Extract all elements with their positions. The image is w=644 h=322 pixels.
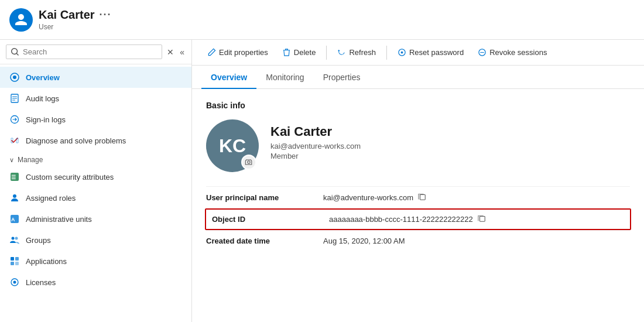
more-options-ellipsis[interactable]: ··· (100, 9, 112, 21)
sign-in-logs-icon (9, 114, 20, 125)
toolbar-separator-1 (326, 46, 327, 60)
sidebar-item-admin-units-label: Administrative units (26, 215, 92, 224)
object-id-value: aaaaaaaa-bbbb-cccc-1111-222222222222 (329, 214, 486, 224)
sidebar-item-diagnose[interactable]: Diagnose and solve problems (0, 130, 191, 151)
overview-icon (9, 72, 20, 83)
refresh-button[interactable]: Refresh (331, 44, 382, 60)
sidebar: ✕ « Overview Audit logs Sign-in logs (0, 40, 192, 322)
svg-text:A: A (11, 217, 15, 222)
toolbar-separator-2 (386, 46, 387, 60)
admin-units-icon: A (9, 214, 20, 224)
toolbar: Edit properties Delete Refresh Reset pas… (192, 40, 644, 66)
sidebar-item-assigned-roles[interactable]: Assigned roles (0, 187, 191, 208)
edit-icon (207, 48, 216, 57)
svg-point-19 (13, 281, 16, 284)
sidebar-item-licenses[interactable]: Licenses (0, 272, 191, 293)
object-id-copy-button[interactable] (478, 214, 486, 224)
edit-properties-button[interactable]: Edit properties (201, 44, 274, 60)
audit-logs-icon (9, 93, 20, 104)
upn-label: User principal name (206, 193, 323, 202)
info-fields: User principal name kai@adventure-works.… (206, 186, 630, 251)
search-collapse-button[interactable]: « (179, 46, 186, 58)
upn-copy-button[interactable] (418, 193, 426, 203)
search-clear-button[interactable]: ✕ (166, 46, 175, 58)
avatar-wrap: KC (206, 119, 259, 172)
profile-info: Kai Carter kai@adventure-works.com Membe… (270, 119, 361, 160)
tabs: Overview Monitoring Properties (192, 66, 644, 89)
delete-icon (282, 48, 291, 57)
tab-properties[interactable]: Properties (314, 66, 370, 89)
sidebar-item-audit-logs[interactable]: Audit logs (0, 88, 191, 109)
assigned-roles-icon (9, 193, 20, 203)
main-layout: ✕ « Overview Audit logs Sign-in logs (0, 40, 644, 322)
user-avatar-header (9, 8, 33, 32)
sidebar-item-admin-units[interactable]: A Administrative units (0, 208, 191, 229)
profile-email: kai@adventure-works.com (270, 142, 361, 150)
copy-icon-2 (478, 214, 486, 222)
sidebar-item-groups-label: Groups (26, 236, 51, 245)
svg-rect-15 (15, 257, 19, 261)
revoke-sessions-icon (478, 48, 487, 57)
search-input-wrap[interactable] (6, 44, 162, 59)
search-icon (11, 48, 19, 56)
reset-password-button[interactable]: Reset password (392, 44, 470, 60)
custom-security-icon: ☰ (9, 172, 20, 182)
profile-role: Member (270, 152, 361, 160)
search-input[interactable] (23, 47, 157, 56)
tab-overview[interactable]: Overview (201, 66, 256, 89)
svg-point-12 (12, 237, 15, 240)
revoke-sessions-button[interactable]: Revoke sessions (472, 44, 553, 60)
camera-badge[interactable] (241, 155, 256, 170)
sidebar-item-custom-security-label: Custom security attributes (26, 173, 114, 181)
sidebar-item-assigned-roles-label: Assigned roles (26, 194, 76, 203)
header-title: Kai Carter ··· User (39, 8, 112, 31)
groups-icon (9, 235, 20, 245)
header-user-subtitle: User (39, 23, 112, 31)
refresh-icon (337, 48, 346, 57)
nav-list: Overview Audit logs Sign-in logs Diagnos… (0, 64, 191, 322)
svg-rect-17 (15, 262, 19, 265)
object-id-label: Object ID (212, 215, 329, 224)
top-header: Kai Carter ··· User (0, 0, 644, 40)
object-id-row: Object ID aaaaaaaa-bbbb-cccc-1111-222222… (205, 208, 631, 230)
applications-icon (9, 256, 20, 266)
camera-icon (245, 158, 253, 166)
sidebar-item-diagnose-label: Diagnose and solve problems (26, 136, 126, 145)
reset-password-icon (398, 48, 406, 57)
svg-point-13 (15, 237, 18, 240)
sidebar-item-custom-security[interactable]: ☰ Custom security attributes (0, 166, 191, 187)
manage-chevron-icon: ∨ (9, 156, 14, 164)
profile-section: KC Kai Carter kai@adventure-works.com Me… (206, 119, 630, 172)
sidebar-item-sign-in-logs[interactable]: Sign-in logs (0, 109, 191, 130)
sidebar-item-audit-logs-label: Audit logs (26, 94, 59, 103)
svg-text:☰: ☰ (11, 174, 16, 180)
tab-monitoring[interactable]: Monitoring (256, 66, 313, 89)
sidebar-item-licenses-label: Licenses (26, 278, 56, 287)
content-body: Basic info KC Kai Carter kai@adventure-w… (192, 89, 644, 322)
svg-rect-23 (479, 217, 485, 222)
sidebar-item-applications[interactable]: Applications (0, 251, 191, 272)
search-bar: ✕ « (0, 40, 191, 64)
svg-point-1 (13, 76, 16, 79)
header-user-name: Kai Carter (39, 8, 95, 22)
user-silhouette-icon (14, 13, 28, 27)
created-date-row: Created date time Aug 15, 2020, 12:00 AM (206, 230, 630, 251)
upn-value: kai@adventure-works.com (323, 193, 426, 203)
basic-info-section-title: Basic info (206, 101, 630, 110)
sidebar-item-groups[interactable]: Groups (0, 229, 191, 251)
licenses-icon (9, 277, 20, 287)
content-area: Edit properties Delete Refresh Reset pas… (192, 40, 644, 322)
created-date-value: Aug 15, 2020, 12:00 AM (323, 237, 405, 245)
profile-name: Kai Carter (270, 124, 361, 139)
svg-rect-16 (11, 262, 14, 265)
delete-button[interactable]: Delete (276, 44, 322, 60)
sidebar-item-overview[interactable]: Overview (0, 67, 191, 88)
created-date-label: Created date time (206, 237, 323, 245)
sidebar-item-sign-in-logs-label: Sign-in logs (26, 115, 66, 124)
upn-row: User principal name kai@adventure-works.… (206, 186, 630, 208)
svg-point-9 (13, 194, 16, 198)
sidebar-item-applications-label: Applications (26, 257, 67, 266)
svg-rect-14 (11, 257, 14, 261)
manage-section-label[interactable]: ∨ Manage (0, 151, 191, 166)
svg-rect-22 (420, 195, 426, 200)
